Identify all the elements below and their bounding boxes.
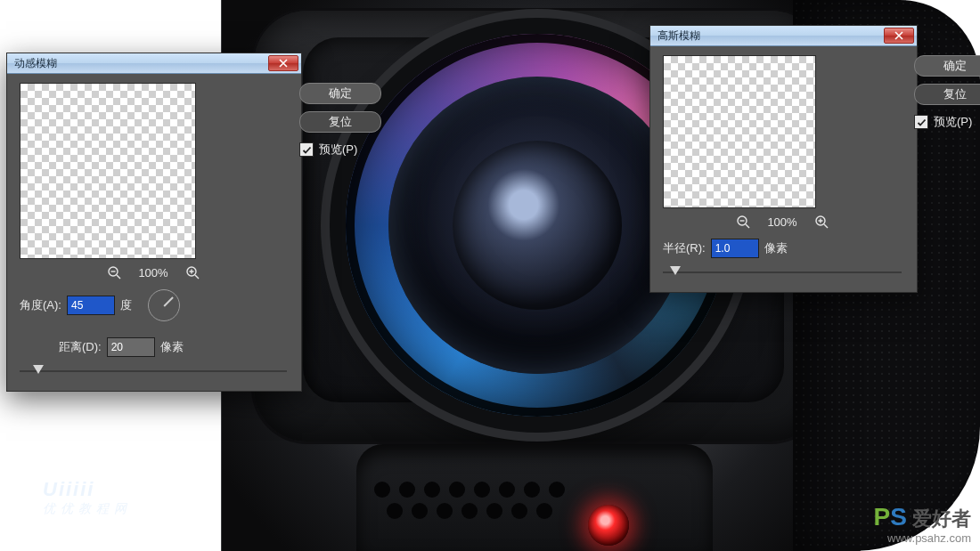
distance-unit: 像素: [160, 339, 184, 355]
radius-input[interactable]: [711, 239, 759, 258]
record-led: [588, 505, 629, 546]
dialog-title: 高斯模糊: [657, 28, 884, 44]
preview-checkbox[interactable]: [914, 115, 928, 129]
zoom-in-button[interactable]: [813, 214, 829, 230]
preview-label: 预览(P): [934, 114, 972, 130]
watermark-brand-p: P: [874, 503, 891, 531]
dialog-title: 动感模糊: [14, 56, 268, 71]
reset-label: 复位: [943, 86, 967, 102]
zoom-in-icon: [814, 215, 829, 229]
ok-button[interactable]: 确定: [914, 55, 980, 77]
zoom-percentage: 100%: [138, 266, 167, 280]
radius-label: 半径(R):: [663, 240, 706, 256]
radius-unit: 像素: [764, 240, 788, 256]
zoom-out-button[interactable]: [735, 214, 751, 230]
close-button[interactable]: [884, 28, 914, 44]
zoom-in-icon: [185, 265, 200, 280]
preview-checkbox[interactable]: [299, 142, 314, 157]
ok-label: 确定: [943, 58, 967, 74]
reset-button[interactable]: 复位: [299, 111, 381, 133]
zoom-out-icon: [736, 215, 750, 229]
watermark-right: PS 爱好者 www.psahz.com: [874, 502, 972, 546]
zoom-percentage: 100%: [767, 215, 796, 229]
close-icon: [279, 59, 288, 68]
close-icon: [894, 31, 903, 40]
distance-label: 距离(D):: [59, 339, 102, 355]
angle-label: 角度(A):: [20, 297, 61, 313]
dialog-titlebar[interactable]: 动感模糊: [7, 53, 301, 74]
gaussian-blur-dialog: 高斯模糊 100%: [649, 25, 918, 293]
zoom-in-button[interactable]: [184, 264, 200, 280]
watermark-left-sub: 优优教程网: [43, 501, 132, 517]
watermark-brand-cn: 爱好者: [907, 507, 971, 530]
speaker-grille: [374, 482, 570, 535]
angle-input[interactable]: [67, 296, 115, 315]
motion-blur-dialog: 动感模糊 100%: [6, 53, 302, 392]
dialog-titlebar[interactable]: 高斯模糊: [650, 26, 917, 46]
ok-button[interactable]: 确定: [299, 83, 381, 104]
reset-label: 复位: [329, 114, 352, 130]
watermark-left-logo: Uiiiii: [43, 478, 94, 500]
reset-button[interactable]: 复位: [914, 84, 980, 105]
check-icon: [917, 117, 927, 127]
check-icon: [302, 145, 312, 155]
close-button[interactable]: [268, 55, 298, 71]
distance-slider[interactable]: [20, 364, 287, 378]
ok-label: 确定: [329, 85, 352, 101]
preview-canvas: [20, 83, 196, 259]
watermark-left: Uiiiii 优优教程网: [43, 478, 132, 517]
radius-slider[interactable]: [663, 265, 902, 280]
zoom-out-icon: [107, 265, 121, 280]
zoom-out-button[interactable]: [106, 264, 122, 280]
preview-label: 预览(P): [319, 142, 357, 158]
distance-input[interactable]: [107, 337, 155, 357]
angle-unit: 度: [120, 297, 132, 313]
watermark-url: www.psahz.com: [874, 531, 972, 546]
preview-canvas: [663, 55, 816, 208]
watermark-brand-s: S: [890, 503, 907, 531]
angle-dial[interactable]: [148, 289, 180, 321]
